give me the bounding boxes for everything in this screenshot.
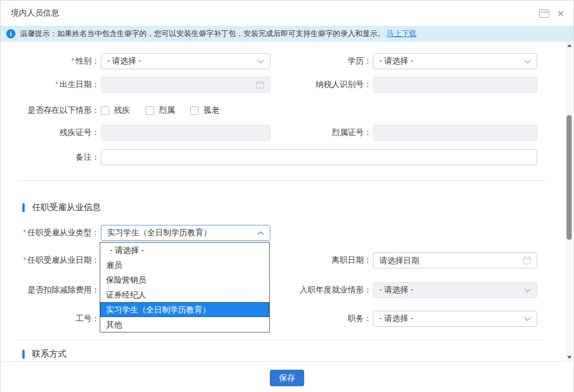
dropdown-option[interactable]: 保险营销员 (100, 272, 269, 287)
birth-date-input (101, 77, 270, 93)
year-status-select: - 请选择 - (373, 282, 537, 298)
checkbox-martyr-family[interactable]: 烈属 (146, 105, 175, 116)
dialog-title: 境内人员信息 (11, 8, 59, 18)
gender-select[interactable]: - 请选择 - (101, 53, 270, 69)
duty-select[interactable]: - 请选择 - (373, 311, 537, 327)
checkbox-disabled[interactable]: 残疾 (101, 105, 130, 116)
calendar-icon (256, 81, 264, 89)
dropdown-option[interactable]: 其他 (100, 317, 269, 332)
work-no-label: 工号： (18, 314, 100, 324)
education-label: 学历： (270, 56, 372, 66)
calendar-icon[interactable] (523, 256, 531, 264)
chevron-down-icon (524, 317, 531, 321)
gender-value: - 请选择 - (107, 56, 141, 66)
dialog-titlebar: 境内人员信息 ✕ (1, 1, 573, 26)
situations-label: 是否存在以下情形： (18, 105, 100, 116)
vertical-scrollbar[interactable] (565, 42, 573, 361)
maximize-icon[interactable] (539, 9, 549, 18)
checkbox-icon (146, 106, 154, 115)
duty-label: 职务： (270, 314, 372, 324)
warm-tip-text: 温馨提示：如果姓名当中包含生僻字的，您可以安装生僻字补丁包，安装完成后即可支持生… (20, 29, 385, 39)
chevron-up-icon (257, 231, 264, 235)
employment-type-label: *任职受雇从业类型： (18, 228, 100, 238)
checkbox-label: 孤老 (203, 105, 219, 116)
checkbox-icon (190, 106, 199, 115)
deduction-label: 是否扣除减除费用： (18, 285, 100, 295)
contact-section-title: 联系方式 (32, 349, 66, 359)
domestic-person-dialog: 境内人员信息 ✕ i 温馨提示：如果姓名当中包含生僻字的，您可以安装生僻字补丁包… (0, 0, 574, 392)
birth-date-value (107, 80, 256, 89)
close-icon[interactable]: ✕ (557, 9, 564, 18)
birth-date-label: *出生日期： (18, 80, 100, 90)
resign-date-input[interactable] (373, 252, 537, 268)
taxpayer-id-label: 纳税人识别号： (270, 80, 372, 90)
dropdown-option[interactable]: 证券经纪人 (100, 287, 269, 302)
dropdown-option[interactable]: - 请选择 - (100, 243, 269, 258)
dialog-footer: 保存 (1, 361, 573, 392)
disability-cert-input (101, 125, 270, 141)
year-status-label: 入职年度就业情形： (270, 285, 372, 295)
resign-date-value[interactable] (379, 256, 523, 265)
section-divider (17, 180, 546, 181)
remark-input[interactable] (101, 149, 537, 165)
employment-date-label: *任职受雇从业日期： (18, 255, 100, 266)
required-mark: * (23, 255, 26, 264)
checkbox-label: 残疾 (114, 105, 130, 116)
martyr-cert-label: 烈属证号： (270, 128, 372, 138)
education-select[interactable]: - 请选择 - (373, 53, 537, 69)
download-link[interactable]: 马上下载 (387, 29, 416, 39)
taxpayer-id-input (373, 77, 537, 93)
section-divider (17, 340, 546, 340)
checkbox-label: 烈属 (159, 105, 175, 116)
chevron-down-icon (524, 60, 531, 64)
employment-section-title: 任职受雇从业信息 (32, 202, 101, 213)
required-mark: * (72, 56, 74, 65)
education-value: - 请选择 - (379, 56, 413, 66)
dropdown-option-selected[interactable]: 实习学生（全日制学历教育） (100, 302, 269, 317)
remark-label: 备注： (18, 152, 100, 163)
section-accent-bar (22, 203, 25, 212)
employment-type-value: 实习学生（全日制学历教育） (107, 228, 211, 238)
info-icon: i (6, 29, 15, 38)
chevron-down-icon (257, 60, 264, 64)
dropdown-option[interactable]: 雇员 (100, 258, 269, 272)
employment-type-select[interactable]: 实习学生（全日制学历教育） (101, 225, 270, 241)
gender-label: *性别： (18, 56, 100, 66)
scroll-down-icon[interactable] (565, 354, 573, 361)
warm-tip-banner: i 温馨提示：如果姓名当中包含生僻字的，您可以安装生僻字补丁包，安装完成后即可支… (1, 26, 573, 42)
scrollbar-thumb[interactable] (567, 115, 572, 240)
duty-value: - 请选择 - (379, 314, 413, 324)
checkbox-lonely-elderly[interactable]: 孤老 (190, 105, 219, 116)
chevron-down-icon (524, 288, 531, 292)
required-mark: * (23, 228, 26, 237)
year-status-value: - 请选择 - (379, 285, 413, 295)
save-button[interactable]: 保存 (270, 370, 304, 386)
disability-cert-label: 残疾证号： (18, 128, 100, 138)
section-accent-bar (22, 350, 25, 359)
required-mark: * (56, 80, 58, 89)
martyr-cert-input (373, 125, 537, 141)
resign-date-label: 离职日期： (270, 255, 372, 266)
form-content: *性别： - 请选择 - 学历： - 请选择 - *出生日期： (1, 42, 573, 361)
scroll-up-icon[interactable] (565, 42, 573, 49)
checkbox-icon (101, 106, 109, 115)
employment-type-dropdown: - 请选择 - 雇员 保险营销员 证券经纪人 实习学生（全日制学历教育） 其他 (100, 242, 270, 332)
